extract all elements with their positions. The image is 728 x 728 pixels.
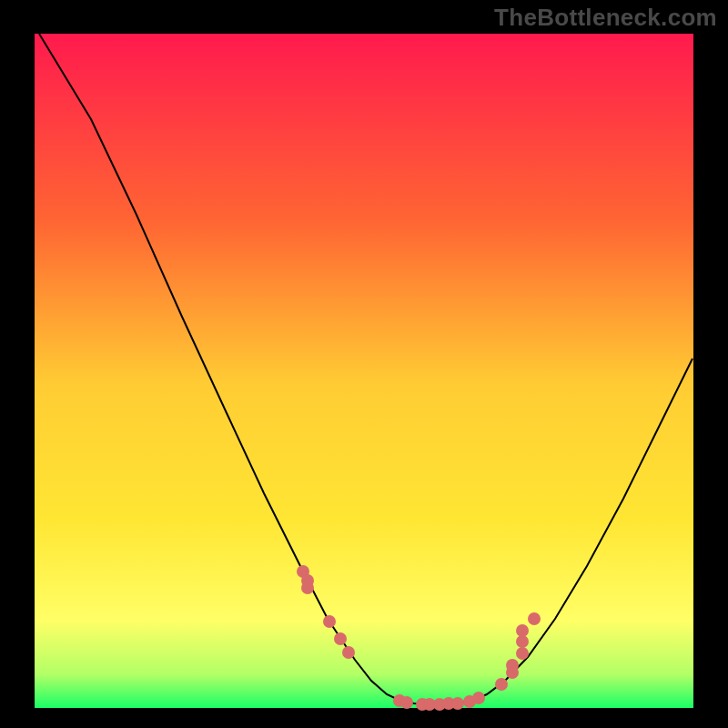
data-dot [506,659,519,672]
data-dot [342,646,355,659]
data-dot [472,692,485,704]
data-dot [516,635,529,648]
bottleneck-chart [0,0,728,728]
data-dot [323,615,336,628]
data-dot [516,624,529,637]
data-dot [528,612,541,625]
chart-gradient-bg [35,34,693,708]
watermark-text: TheBottleneck.com [494,4,717,32]
data-dot [400,696,413,709]
data-dot [334,632,347,645]
data-dot [451,697,464,710]
data-dot [495,678,508,691]
chart-container: { "watermark": "TheBottleneck.com", "cha… [0,0,728,728]
data-dot [301,581,314,594]
data-dot [516,647,529,660]
